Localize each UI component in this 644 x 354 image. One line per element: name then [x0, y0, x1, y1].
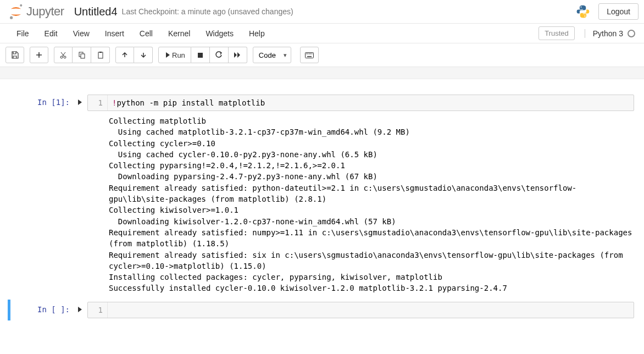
menu-widgets[interactable]: Widgets: [198, 25, 241, 42]
svg-rect-12: [306, 53, 307, 54]
toolbar-spacer: [0, 67, 644, 79]
svg-rect-9: [99, 52, 102, 53]
move-down-button[interactable]: [134, 47, 153, 63]
notebook-name[interactable]: Untitled4: [74, 5, 118, 18]
cell-output-row: Collecting matplotlib Using cached matpl…: [8, 115, 636, 294]
kernel-indicator[interactable]: Python 3: [585, 29, 635, 38]
code-content: !python -m pip install matplotlib: [108, 95, 634, 110]
menu-insert[interactable]: Insert: [97, 25, 132, 42]
svg-rect-16: [312, 53, 313, 54]
checkpoint-status: Last Checkpoint: a minute ago (unsaved c…: [122, 7, 293, 16]
insert-cell-button[interactable]: [30, 47, 48, 63]
menu-kernel[interactable]: Kernel: [160, 25, 198, 42]
svg-point-0: [20, 4, 22, 7]
restart-button[interactable]: [210, 47, 229, 63]
code-input[interactable]: 1 !python -m pip install matplotlib: [87, 95, 634, 111]
keyboard-icon: [305, 52, 314, 58]
arrow-down-icon: [140, 52, 147, 58]
python-logo-icon: [575, 4, 591, 19]
save-button[interactable]: [5, 47, 24, 63]
cell-output: Collecting matplotlib Using cached matpl…: [85, 115, 636, 294]
cell-prompt: In [ ]:: [10, 302, 87, 318]
svg-point-2: [581, 7, 582, 8]
run-cell-icon[interactable]: [76, 99, 82, 106]
run-icon: [164, 52, 170, 58]
toolbar: Run Code: [0, 43, 644, 67]
svg-rect-8: [98, 52, 103, 58]
code-cell[interactable]: In [1]: 1 !python -m pip install matplot…: [8, 92, 636, 113]
stop-icon: [197, 52, 203, 58]
interrupt-button[interactable]: [191, 47, 210, 63]
jupyter-logo-text: Jupyter: [26, 4, 64, 19]
paste-icon: [97, 51, 104, 59]
paste-button[interactable]: [91, 47, 110, 63]
svg-point-1: [10, 16, 13, 19]
copy-button[interactable]: [73, 47, 91, 63]
menu-edit[interactable]: Edit: [37, 25, 65, 42]
run-label: Run: [172, 51, 185, 59]
logout-button[interactable]: Logout: [598, 3, 639, 20]
svg-rect-15: [310, 53, 311, 54]
command-palette-button[interactable]: [300, 47, 319, 63]
trusted-indicator[interactable]: Trusted: [538, 26, 575, 40]
run-cell-icon[interactable]: [76, 306, 82, 313]
line-number: 1: [88, 302, 108, 318]
svg-rect-7: [81, 54, 85, 58]
kernel-status-icon: [628, 30, 635, 37]
run-button[interactable]: Run: [158, 47, 191, 63]
cell-prompt: In [1]:: [10, 95, 87, 111]
code-content: [108, 302, 634, 318]
svg-rect-13: [307, 53, 308, 54]
menu-view[interactable]: View: [65, 25, 97, 42]
menu-file[interactable]: File: [9, 25, 37, 42]
svg-point-3: [585, 15, 586, 16]
restart-run-all-button[interactable]: [229, 47, 247, 63]
arrow-up-icon: [121, 52, 128, 58]
svg-rect-17: [307, 56, 312, 57]
jupyter-logo[interactable]: Jupyter: [9, 3, 64, 20]
menu-cell[interactable]: Cell: [132, 25, 160, 42]
svg-rect-14: [309, 53, 310, 54]
header-bar: Jupyter Untitled4 Last Checkpoint: a min…: [0, 0, 644, 24]
svg-rect-10: [198, 53, 203, 58]
notebook-area: In [1]: 1 !python -m pip install matplot…: [0, 79, 644, 345]
copy-icon: [78, 51, 86, 59]
menu-help[interactable]: Help: [241, 25, 273, 42]
code-cell[interactable]: In [ ]: 1: [8, 300, 636, 320]
menubar: File Edit View Insert Cell Kernel Widget…: [0, 24, 644, 43]
cut-button[interactable]: [54, 47, 73, 63]
line-number: 1: [88, 95, 108, 110]
move-up-button[interactable]: [115, 47, 134, 63]
code-input[interactable]: 1: [87, 302, 634, 318]
save-icon: [11, 51, 19, 59]
plus-icon: [36, 52, 42, 58]
fast-forward-icon: [234, 52, 241, 58]
restart-icon: [215, 51, 223, 59]
cell-type-select[interactable]: Code: [253, 47, 291, 63]
scissors-icon: [59, 51, 67, 59]
jupyter-logo-icon: [9, 3, 23, 20]
kernel-name: Python 3: [593, 29, 623, 38]
